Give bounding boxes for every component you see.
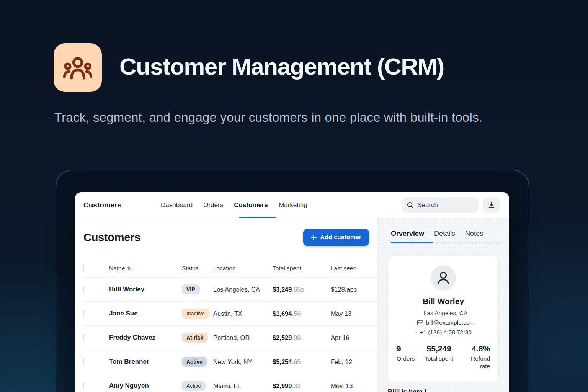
customers-table-section: Customers Add customer Name ⇅ Status <box>75 218 377 392</box>
customer-location: · Las Angeles, CA <box>388 310 498 317</box>
row-checkbox[interactable] <box>83 358 84 365</box>
col-header-status: Status <box>182 265 213 272</box>
row-checkbox[interactable] <box>83 286 84 293</box>
row-checkbox[interactable] <box>83 382 84 389</box>
tab-details[interactable]: Details <box>434 230 455 238</box>
status-badge: VIP <box>182 284 200 294</box>
page-subtitle: Track, segment, and engage your customer… <box>54 106 521 129</box>
crm-app-icon <box>54 43 102 92</box>
tab-overview[interactable]: Orverview <box>391 230 424 238</box>
customer-profile-card: Bill Worley · Las Angeles, CA · bill@ <box>388 256 499 382</box>
col-header-name[interactable]: Name <box>109 265 125 272</box>
col-header-location: Location <box>213 265 273 272</box>
select-all-checkbox[interactable] <box>83 265 84 272</box>
status-badge: Inactive <box>182 309 209 318</box>
nav-item-dashboard[interactable]: Dashboard <box>161 201 193 209</box>
avatar <box>431 265 456 291</box>
plus-icon <box>311 235 317 240</box>
table-row[interactable]: Tom Brenner Active New York, NY $5,254.6… <box>83 350 377 374</box>
section-title: Customers <box>83 231 140 244</box>
sort-icon[interactable]: ⇅ <box>127 266 131 271</box>
nav-item-marketing[interactable]: Marketing <box>279 201 307 209</box>
person-icon <box>437 271 450 285</box>
table-header-row: Name ⇅ Status Location Total spent Last … <box>83 260 377 277</box>
table-row[interactable]: Amy Nguyen Active Miami, FL $2,990.32 Mo… <box>83 374 377 392</box>
panel-partial-text: Billl Is bere i <box>388 388 426 392</box>
stat-orders: 9 Orders <box>397 344 415 370</box>
nav-item-orders[interactable]: Orders <box>203 201 223 209</box>
download-icon <box>488 201 495 209</box>
people-group-icon <box>63 55 93 80</box>
table-row[interactable]: Billl Worley VIP Los Angeles, CA $3,249.… <box>83 277 377 301</box>
add-customer-button[interactable]: Add customer <box>303 229 369 246</box>
customer-stats: 9 Orders 55,249 Total spent 4.8% Refund … <box>388 344 498 370</box>
status-badge: At-risk <box>182 333 208 343</box>
status-badge: Active <box>182 357 207 367</box>
download-button[interactable] <box>483 197 500 213</box>
panel-tabs: Orverview Details Notes <box>391 230 502 243</box>
customer-email: · bill@example.com <box>388 319 498 326</box>
nav-item-customers[interactable]: Customers <box>234 201 268 209</box>
table-row[interactable]: Freddy Chavez At-risk Portland, OR $2,52… <box>83 325 377 350</box>
stat-total-spent: 55,249 Total spent <box>425 344 453 370</box>
crm-app-window: Customers Dashboard Orders Customers Mar… <box>75 192 509 392</box>
col-header-total: Total spent <box>273 265 331 272</box>
tab-notes[interactable]: Notes <box>465 230 483 238</box>
app-brand: Customers <box>83 201 121 209</box>
status-badge: Active <box>182 381 206 391</box>
page-title: Customer Management (CRM) <box>119 53 444 80</box>
row-checkbox[interactable] <box>83 310 84 317</box>
customer-detail-panel: Orverview Details Notes Bill Worley <box>377 218 509 392</box>
row-checkbox[interactable] <box>83 334 84 341</box>
search-box[interactable] <box>402 197 479 213</box>
page: { "hero": { "title": "Customer Managemen… <box>0 0 588 392</box>
stat-refund-rate: 4.8% Refund rate <box>463 344 490 370</box>
customer-phone: · +1 (126) 4;58 72:30 <box>388 329 498 336</box>
search-input[interactable] <box>417 201 471 209</box>
customer-name: Bill Worley <box>388 297 498 306</box>
col-header-last-seen: Last seen <box>331 265 377 272</box>
table-row[interactable]: Jane Sue Inactive Austin, TX $1,694.56 M… <box>83 301 377 325</box>
main-nav: Dashboard Orders Customers Marketing <box>161 201 307 209</box>
active-tab-underline <box>391 242 433 243</box>
app-header: Customers Dashboard Orders Customers Mar… <box>75 192 509 218</box>
envelope-icon <box>417 320 423 325</box>
search-icon <box>407 202 414 209</box>
